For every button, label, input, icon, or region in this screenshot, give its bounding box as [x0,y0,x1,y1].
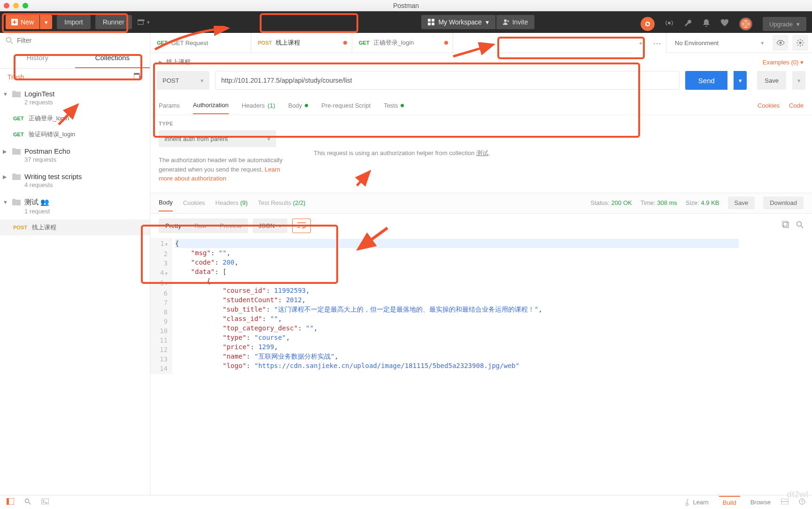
user-avatar[interactable] [739,17,752,31]
svg-point-7 [504,19,507,22]
response-tab-body[interactable]: Body [159,194,173,211]
wrap-lines-button[interactable] [292,219,311,233]
sidebar-toggle-button[interactable] [7,498,14,506]
svg-rect-20 [7,498,9,505]
response-body[interactable]: 1▼234▼5▼67891011121314 { "msg": "", "cod… [150,238,812,374]
import-button[interactable]: Import [57,15,91,29]
new-collection-button[interactable] [134,72,142,81]
new-tab-button[interactable]: ＋ [632,33,649,53]
environment-quicklook-button[interactable] [773,35,789,51]
wrench-icon[interactable] [684,19,692,30]
svg-rect-13 [134,73,139,75]
sidebar-tab-history[interactable]: History [0,48,75,68]
cookies-link[interactable]: Cookies [758,102,780,109]
filter-input[interactable] [17,37,144,44]
environment-selector[interactable]: No Environment▾ [670,35,769,51]
request-item[interactable]: POST线上课程 [0,219,150,235]
tab-overflow-button[interactable]: ⋯ [649,33,666,53]
auth-type-selector[interactable]: Inherit auth from parent▾ [159,130,276,147]
method-selector[interactable]: POST▾ [157,71,209,90]
save-dropdown[interactable]: ▾ [792,71,805,90]
tab-prerequest[interactable]: Pre-request Script [321,97,371,114]
tab-tests[interactable]: Tests [384,97,404,114]
sidebar-tab-collections[interactable]: Collections [75,48,150,68]
browse-button[interactable]: Browse [750,499,771,506]
new-window-button[interactable]: ▾ [138,19,150,25]
learn-button[interactable]: Learn [684,499,708,506]
collection-item[interactable]: ▼ LoginTest 2 requests [0,85,150,110]
viewmode-preview[interactable]: Preview [213,219,248,233]
download-response-button[interactable]: Download [763,196,804,209]
examples-dropdown[interactable]: Examples (0) ▾ [763,59,804,66]
code-link[interactable]: Code [789,102,804,109]
response-size: 4.9 KB [701,199,719,206]
tab-body[interactable]: Body [288,97,309,114]
svg-rect-2 [138,20,143,21]
search-icon [6,37,13,44]
svg-rect-3 [428,19,431,22]
viewmode-pretty[interactable]: Pretty [159,219,188,233]
response-tab-tests[interactable]: Test Results (2/2) [258,195,305,211]
environment-settings-button[interactable] [792,35,808,51]
tab-headers[interactable]: Headers (1) [242,97,275,114]
main-panel: GETGET RequestPOST线上课程GET正确登录_login ＋ ⋯ … [150,33,812,495]
auth-help-text: The authorization header will be automat… [159,156,295,183]
new-dropdown[interactable]: ▾ [40,15,52,29]
response-tab-headers[interactable]: Headers (9) [216,195,248,211]
send-dropdown[interactable]: ▾ [734,71,747,90]
response-viewmode: Pretty Raw Preview [159,219,248,233]
request-tab[interactable]: POST线上课程 [251,33,352,53]
avatar-icon [742,20,750,28]
workspace-selector[interactable]: My Workspace ▾ [421,15,495,29]
save-response-button[interactable]: Save [728,196,755,209]
satellite-icon[interactable] [665,19,673,30]
bell-icon[interactable] [703,19,710,30]
request-breadcrumb: ▶ 线上课程 Examples (0) ▾ [150,53,812,71]
console-button[interactable] [41,499,49,506]
url-input[interactable] [215,71,680,90]
tests-modified-indicator [401,104,404,107]
upgrade-button[interactable]: Upgrade▾ [763,17,806,31]
watermark: dt2wl [787,490,808,500]
collection-item[interactable]: ▶ Postman Echo 37 requests [0,142,150,168]
collection-item[interactable]: ▶ Writing test scripts 4 requests [0,168,150,193]
svg-point-23 [686,503,688,505]
auth-inherit-message: This request is using an authorization h… [314,121,804,183]
tab-params[interactable]: Params [159,97,180,114]
request-item[interactable]: GET验证码错误_login [0,126,150,142]
collection-item[interactable]: ▼ 测试 👥1 request [0,193,150,219]
gear-icon [797,39,804,47]
sync-button[interactable] [641,17,655,31]
heart-icon[interactable] [720,19,729,29]
tab-authorization[interactable]: Authorization [193,97,229,114]
request-tab[interactable]: GET正确登录_login [352,33,453,53]
response-tab-cookies[interactable]: Cookies [183,195,205,211]
body-modified-indicator [305,104,308,107]
invite-button[interactable]: Invite [496,15,534,29]
svg-point-15 [799,42,802,44]
layout-2pane-button[interactable] [781,499,789,506]
request-item[interactable]: GET正确登录_login [0,110,150,126]
search-response-button[interactable] [796,221,804,230]
request-tab[interactable]: GETGET Request [150,33,251,53]
save-button[interactable]: Save [757,71,786,90]
sidebar: History Collections Trash ▼ LoginTest 2 … [0,33,150,495]
copy-response-button[interactable] [782,221,789,230]
send-button[interactable]: Send [685,71,727,90]
main-toolbar: New ▾ Import Runner ▾ My Workspace ▾ Inv… [0,11,812,33]
svg-text:?: ? [801,499,803,504]
window-plus-icon [138,19,145,25]
svg-rect-4 [432,19,434,22]
svg-rect-6 [432,23,434,25]
viewmode-raw[interactable]: Raw [188,219,213,233]
response-format-selector[interactable]: JSON▾ [253,219,287,233]
runner-button[interactable]: Runner [95,15,132,29]
build-button[interactable]: Build [719,496,740,509]
new-button[interactable]: New [6,15,39,29]
trash-link[interactable]: Trash [8,73,24,81]
find-button[interactable] [24,498,31,506]
auth-collection-link[interactable]: 测试 [476,149,488,157]
response-status: 200 OK [611,199,632,206]
svg-point-14 [780,42,782,44]
svg-rect-5 [428,23,431,25]
